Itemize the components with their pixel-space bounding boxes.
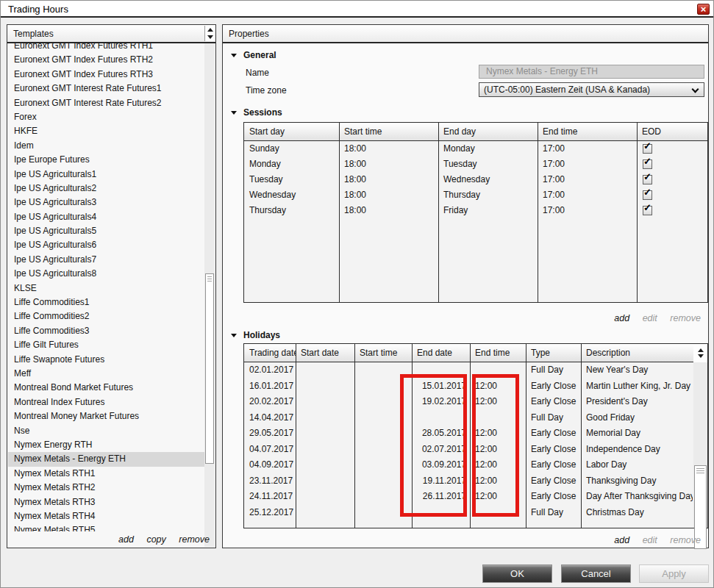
template-item[interactable]: KLSE (8, 282, 204, 295)
scroll-down-icon[interactable] (698, 354, 704, 358)
template-copy-link[interactable]: copy (146, 534, 165, 545)
template-item[interactable]: Ipe US Agriculturals7 (8, 253, 204, 267)
template-item[interactable]: Euronext GMT Interest Rate Futures1 (8, 82, 204, 96)
table-row[interactable]: Thursday18:00Friday17:00✓ (244, 203, 707, 218)
template-item[interactable]: Euronext GMT Index Futures RTH2 (8, 53, 204, 67)
scroll-up-icon[interactable] (698, 348, 704, 352)
template-item[interactable]: Nymex Metals RTH4 (8, 509, 204, 523)
column-header-trading-date[interactable]: Trading date (244, 344, 296, 362)
table-row[interactable]: Sunday18:00Monday17:00✓ (244, 141, 707, 157)
cell-start-date (296, 362, 354, 379)
template-item[interactable]: Idem (8, 139, 204, 153)
cell-eod: ✓ (637, 157, 707, 172)
scroll-down-icon[interactable] (205, 33, 215, 40)
eod-checkbox[interactable]: ✓ (643, 206, 652, 215)
column-header-end-time[interactable]: End time (538, 123, 637, 140)
templates-scrollbar[interactable] (204, 43, 215, 547)
session-edit-link: edit (643, 313, 657, 323)
column-divider (581, 344, 582, 528)
table-row[interactable]: 20.02.201719.02.201712:00Early ClosePres… (244, 394, 707, 410)
eod-checkbox[interactable]: ✓ (643, 175, 652, 184)
table-row[interactable]: 23.11.201719.11.201712:00Early CloseThan… (244, 473, 707, 490)
template-item[interactable]: Nse (8, 424, 204, 438)
holidays-section-header[interactable]: Holidays (231, 330, 280, 340)
column-header-end-day[interactable]: End day (438, 123, 538, 140)
template-item[interactable]: HKFE (8, 124, 204, 138)
eod-checkbox[interactable]: ✓ (643, 159, 652, 169)
close-button[interactable]: × (697, 4, 710, 15)
template-item[interactable]: Forex (8, 110, 204, 124)
holidays-scrollbar[interactable] (693, 362, 707, 528)
checkmark-icon: ✓ (643, 172, 651, 182)
template-item[interactable]: Euronext GMT Interest Rate Futures2 (8, 96, 204, 110)
cell-end-time: 12:00 (470, 442, 526, 458)
template-remove-link[interactable]: remove (179, 534, 210, 545)
eod-checkbox[interactable]: ✓ (643, 190, 652, 200)
table-row[interactable]: Monday18:00Tuesday17:00✓ (244, 157, 707, 172)
table-row[interactable]: 16.01.201715.01.201712:00Early CloseMart… (244, 379, 707, 395)
timezone-select[interactable]: (UTC-05:00) Eastern Zeit (USA & Kanada) (479, 82, 704, 97)
template-item[interactable]: Ipe US Agriculturals1 (8, 168, 204, 182)
table-row[interactable]: 25.12.2017Full DayChristmas Day (244, 505, 707, 521)
column-header-type[interactable]: Type (526, 344, 581, 362)
table-row[interactable]: 29.05.201728.05.201712:00Early CloseMemo… (244, 426, 707, 442)
template-item[interactable]: Nymex Metals RTH2 (8, 481, 204, 495)
template-item[interactable]: Meff (8, 367, 204, 381)
template-item[interactable]: Montreal Index Futures (8, 395, 204, 409)
template-item[interactable]: Liffe Commodities1 (8, 295, 204, 309)
table-row[interactable]: Tuesday18:00Wednesday17:00✓ (244, 172, 707, 187)
template-item[interactable]: Ipe US Agriculturals2 (8, 182, 204, 196)
column-header-end-date[interactable]: End date (412, 344, 470, 362)
collapse-icon (231, 54, 237, 57)
template-item[interactable]: Euronext GMT Index Futures RTH3 (8, 68, 204, 82)
template-item[interactable]: Liffe Commodities2 (8, 309, 204, 323)
column-header-start-date[interactable]: Start date (296, 344, 354, 362)
cell-start-time: 18:00 (339, 157, 438, 172)
cell-end-day: Wednesday (438, 172, 538, 187)
scroll-up-icon[interactable] (205, 26, 215, 33)
table-row[interactable]: 04.09.201703.09.201712:00Early CloseLabo… (244, 457, 707, 473)
template-item[interactable]: Ipe Europe Futures (8, 153, 204, 167)
template-item[interactable]: Ipe US Agriculturals8 (8, 267, 204, 281)
cell-start-time: 18:00 (339, 172, 438, 187)
cell-trading-date: 04.07.2017 (244, 442, 296, 458)
template-item[interactable]: Nymex Metals - Energy ETH (8, 452, 204, 466)
ok-button[interactable]: OK (482, 564, 552, 583)
eod-checkbox[interactable]: ✓ (643, 144, 652, 154)
template-item[interactable]: Liffe Commodities3 (8, 324, 204, 338)
template-item[interactable]: Nymex Metals RTH5 (8, 523, 204, 531)
checkmark-icon: ✓ (643, 157, 651, 166)
table-row[interactable]: 24.11.201726.11.201712:00Early CloseDay … (244, 489, 707, 505)
table-row[interactable]: Wednesday18:00Thursday17:00✓ (244, 187, 707, 203)
template-item[interactable]: Nymex Energy RTH (8, 438, 204, 452)
template-item[interactable]: Ipe US Agriculturals3 (8, 196, 204, 209)
template-item[interactable]: Montreal Bond Market Futures (8, 381, 204, 395)
template-item[interactable]: Euronext GMT Index Futures RTH1 (8, 43, 204, 53)
template-item[interactable]: Ipe US Agriculturals5 (8, 224, 204, 238)
table-row[interactable]: 02.01.2017Full DayNew Year's Day (244, 362, 707, 379)
sessions-section-header[interactable]: Sessions (231, 107, 282, 118)
template-item[interactable]: Nymex Metals RTH3 (8, 495, 204, 509)
column-header-end-time[interactable]: End time (470, 344, 526, 362)
general-section-header[interactable]: General (231, 50, 276, 60)
column-header-eod[interactable]: EOD (637, 123, 707, 140)
cell-start-time (354, 505, 412, 521)
template-item[interactable]: Nymex Metals RTH1 (8, 467, 204, 481)
session-add-link[interactable]: add (614, 313, 629, 323)
cancel-button[interactable]: Cancel (561, 564, 631, 583)
holiday-add-link[interactable]: add (614, 535, 629, 545)
cell-description: Martin Luther King, Jr. Day (581, 379, 693, 395)
template-item[interactable]: Liffe Gilt Futures (8, 338, 204, 352)
table-row[interactable]: 04.07.201702.07.201712:00Early CloseInde… (244, 442, 707, 458)
template-item[interactable]: Liffe Swapnote Futures (8, 353, 204, 367)
table-row[interactable]: 14.04.2017Full DayGood Friday (244, 410, 707, 426)
template-add-link[interactable]: add (118, 534, 134, 545)
column-header-start-time[interactable]: Start time (339, 123, 438, 140)
template-item[interactable]: Ipe US Agriculturals6 (8, 238, 204, 252)
template-item[interactable]: Ipe US Agriculturals4 (8, 210, 204, 224)
column-header-description[interactable]: Description (581, 344, 693, 362)
template-item[interactable]: Montreal Money Market Futures (8, 409, 204, 423)
templates-scrollbar-thumb[interactable] (205, 273, 214, 464)
column-header-start-time[interactable]: Start time (354, 344, 412, 362)
column-header-start-day[interactable]: Start day (244, 123, 339, 140)
